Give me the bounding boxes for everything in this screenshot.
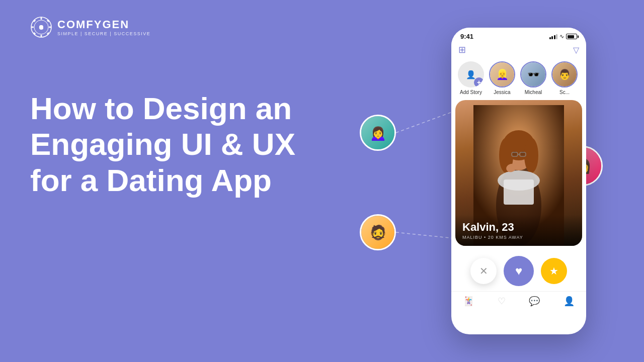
action-buttons: ✕ ♥ ★ — [451, 249, 586, 291]
logo-area: G COMFYGEN SIMPLE | SECURE | SUCCESSIVE — [30, 16, 150, 38]
profile-card[interactable]: Kalvin, 23 MALIBU • 20 KMS AWAY — [455, 100, 582, 246]
story-jessica-avatar: 👱‍♀️ — [489, 61, 515, 87]
float-avatar-bottom-image: 🧔 — [361, 216, 394, 249]
dislike-button[interactable]: ✕ — [470, 258, 497, 284]
add-story-plus-icon: + — [474, 77, 484, 87]
svg-rect-8 — [41, 35, 42, 37]
story-micheal-label: Micheal — [525, 89, 542, 95]
svg-rect-11 — [33, 20, 36, 23]
filter-icon[interactable]: ▽ — [573, 45, 579, 55]
brand-name: COMFYGEN — [57, 18, 150, 31]
phone-mockup: 9:41 ∿ ⊞ ▽ 👤 + Add Story — [451, 28, 586, 334]
add-story-avatar: 👤 + — [458, 61, 484, 87]
story-scott-label: Sc... — [559, 89, 570, 95]
nav-chat-icon[interactable]: 💬 — [529, 296, 540, 307]
like-button[interactable]: ♥ — [504, 256, 534, 286]
svg-rect-9 — [31, 27, 34, 28]
stories-row: 👤 + Add Story 👱‍♀️ Jessica 🕶️ Micheal 👨 … — [451, 59, 586, 97]
profile-location: MALIBU • 20 KMS AWAY — [462, 235, 575, 240]
svg-rect-28 — [504, 179, 534, 205]
headline-line3: for a Dating App — [30, 163, 272, 198]
logo-text: COMFYGEN SIMPLE | SECURE | SUCCESSIVE — [57, 18, 150, 36]
nav-heart-icon[interactable]: ♡ — [498, 296, 506, 307]
top-nav: ⊞ ▽ — [451, 42, 586, 59]
micheal-face: 🕶️ — [521, 62, 545, 86]
story-scott[interactable]: 👨 Sc... — [549, 61, 580, 95]
headline: How to Design an Engaging UI & UX for a … — [30, 90, 312, 198]
float-avatar-bottom: 🧔 — [360, 214, 396, 250]
story-micheal-avatar: 🕶️ — [520, 61, 546, 87]
svg-rect-12 — [47, 20, 50, 23]
super-like-button[interactable]: ★ — [541, 258, 567, 284]
brand-tagline: SIMPLE | SECURE | SUCCESSIVE — [57, 31, 150, 36]
wifi-icon: ∿ — [559, 33, 564, 40]
float-avatar-top-image: 🙍‍♀️ — [361, 116, 394, 149]
svg-point-21 — [524, 138, 538, 173]
float-avatar-top: 🙍‍♀️ — [360, 115, 396, 151]
svg-rect-13 — [33, 32, 36, 35]
story-micheal[interactable]: 🕶️ Micheal — [518, 61, 549, 95]
svg-text:G: G — [39, 24, 43, 31]
story-jessica-label: Jessica — [494, 89, 510, 95]
add-story-label: Add Story — [460, 89, 482, 95]
nav-profile-icon[interactable]: 👤 — [564, 296, 575, 307]
story-jessica[interactable]: 👱‍♀️ Jessica — [487, 61, 518, 95]
grid-menu-icon[interactable]: ⊞ — [458, 44, 466, 55]
profile-name: Kalvin, 23 — [462, 221, 575, 234]
story-add[interactable]: 👤 + Add Story — [455, 61, 487, 95]
profile-info-overlay: Kalvin, 23 MALIBU • 20 KMS AWAY — [455, 215, 582, 246]
signal-icon — [549, 34, 558, 39]
status-icons: ∿ — [549, 33, 578, 40]
svg-rect-10 — [49, 27, 51, 28]
svg-rect-7 — [41, 17, 42, 20]
headline-line1: How to Design an — [30, 91, 292, 126]
nav-cards-icon[interactable]: 🃏 — [463, 296, 474, 307]
logo-icon: G — [30, 16, 52, 38]
status-time: 9:41 — [460, 33, 473, 40]
bottom-nav: 🃏 ♡ 💬 👤 — [451, 291, 586, 314]
scott-face: 👨 — [552, 62, 577, 86]
jessica-face: 👱‍♀️ — [490, 62, 514, 86]
headline-line2: Engaging UI & UX — [30, 127, 295, 161]
status-bar: 9:41 ∿ — [451, 28, 586, 42]
battery-icon — [566, 34, 577, 39]
svg-rect-14 — [47, 32, 50, 35]
story-scott-avatar: 👨 — [551, 61, 578, 87]
